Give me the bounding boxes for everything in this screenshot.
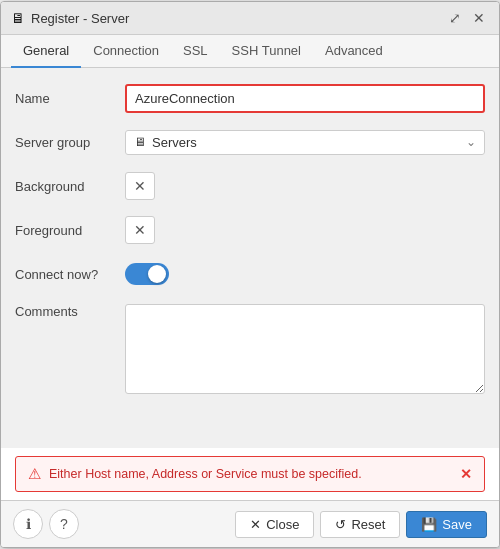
footer-left: ℹ ? [13, 509, 79, 539]
foreground-control: ✕ [125, 216, 485, 244]
form-content: Name Server group 🖥 Servers ⌄ Background [1, 68, 499, 448]
name-control [125, 84, 485, 113]
footer-right: ✕ Close ↺ Reset 💾 Save [235, 511, 487, 538]
background-row: Background ✕ [15, 168, 485, 204]
foreground-label: Foreground [15, 223, 125, 238]
background-label: Background [15, 179, 125, 194]
tab-bar: General Connection SSL SSH Tunnel Advanc… [1, 35, 499, 68]
save-button[interactable]: 💾 Save [406, 511, 487, 538]
comments-label: Comments [15, 304, 125, 319]
connect-toggle[interactable] [125, 263, 169, 285]
tab-ssl[interactable]: SSL [171, 35, 220, 68]
chevron-down-icon: ⌄ [466, 135, 476, 149]
foreground-clear-button[interactable]: ✕ [125, 216, 155, 244]
window-close-button[interactable]: ✕ [469, 8, 489, 28]
error-icon: ⚠ [28, 465, 41, 483]
server-group-label: Server group [15, 135, 125, 150]
server-group-icon: 🖥 [134, 135, 146, 149]
reset-button[interactable]: ↺ Reset [320, 511, 400, 538]
close-button[interactable]: ✕ Close [235, 511, 314, 538]
error-content: ⚠ Either Host name, Address or Service m… [28, 465, 362, 483]
expand-button[interactable]: ⤢ [445, 8, 465, 28]
server-group-row: Server group 🖥 Servers ⌄ [15, 124, 485, 160]
title-bar-left: 🖥 Register - Server [11, 10, 129, 26]
toggle-knob [148, 265, 166, 283]
help-button[interactable]: ? [49, 509, 79, 539]
close-label: Close [266, 517, 299, 532]
comments-control [125, 304, 485, 397]
foreground-row: Foreground ✕ [15, 212, 485, 248]
name-input[interactable] [125, 84, 485, 113]
name-label: Name [15, 91, 125, 106]
save-label: Save [442, 517, 472, 532]
error-message: Either Host name, Address or Service mus… [49, 467, 362, 481]
connect-now-row: Connect now? [15, 256, 485, 292]
info-button[interactable]: ℹ [13, 509, 43, 539]
register-server-window: 🖥 Register - Server ⤢ ✕ General Connecti… [0, 1, 500, 548]
background-control: ✕ [125, 172, 485, 200]
title-bar: 🖥 Register - Server ⤢ ✕ [1, 2, 499, 35]
comments-textarea[interactable] [125, 304, 485, 394]
error-bar: ⚠ Either Host name, Address or Service m… [15, 456, 485, 492]
title-bar-right: ⤢ ✕ [445, 8, 489, 28]
close-icon: ✕ [250, 517, 261, 532]
footer: ℹ ? ✕ Close ↺ Reset 💾 Save [1, 500, 499, 547]
reset-label: Reset [351, 517, 385, 532]
tab-ssh-tunnel[interactable]: SSH Tunnel [220, 35, 313, 68]
save-icon: 💾 [421, 517, 437, 532]
server-group-control: 🖥 Servers ⌄ [125, 130, 485, 155]
tab-advanced[interactable]: Advanced [313, 35, 395, 68]
server-group-text: Servers [152, 135, 197, 150]
server-group-select[interactable]: 🖥 Servers ⌄ [125, 130, 485, 155]
error-close-button[interactable]: ✕ [460, 466, 472, 482]
tab-connection[interactable]: Connection [81, 35, 171, 68]
tab-general[interactable]: General [11, 35, 81, 68]
name-row: Name [15, 80, 485, 116]
window-title: Register - Server [31, 11, 129, 26]
server-group-value: 🖥 Servers [134, 135, 197, 150]
background-clear-button[interactable]: ✕ [125, 172, 155, 200]
window-icon: 🖥 [11, 10, 25, 26]
reset-icon: ↺ [335, 517, 346, 532]
comments-row: Comments [15, 300, 485, 397]
connect-control [125, 263, 485, 285]
connect-label: Connect now? [15, 267, 125, 282]
